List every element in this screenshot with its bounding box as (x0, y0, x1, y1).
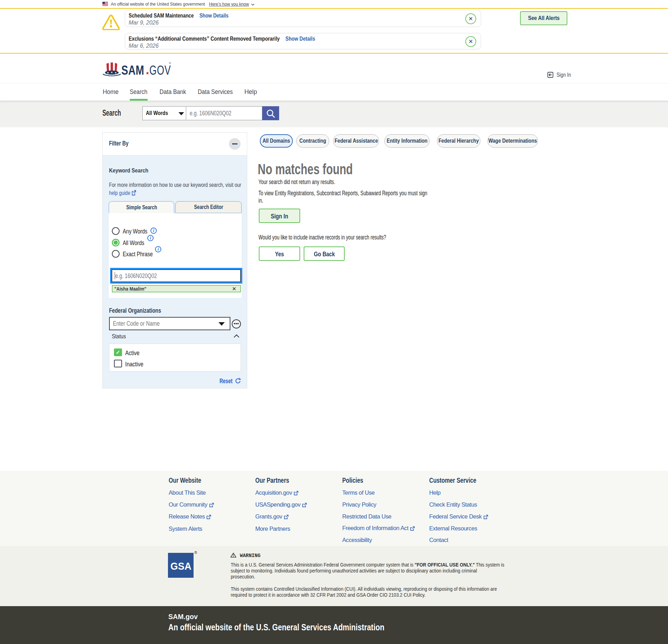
svg-text:★: ★ (107, 71, 109, 74)
svg-text:★: ★ (110, 71, 113, 74)
svg-text:★: ★ (114, 71, 117, 74)
